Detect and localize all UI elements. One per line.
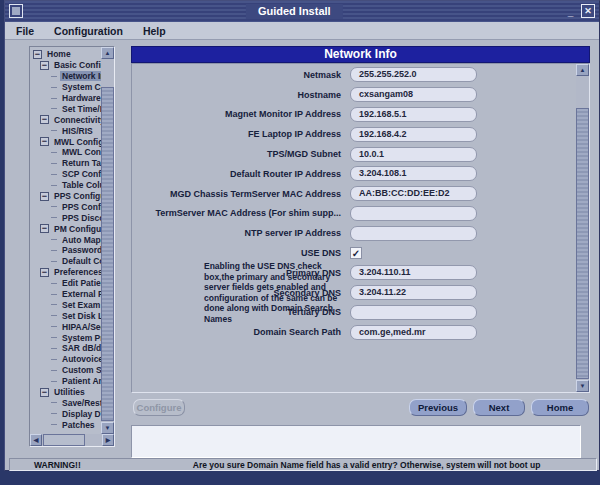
tree-item-pps-discontinue-re[interactable]: PPS Discontinue Re — [31, 212, 101, 223]
tree-item-hipaa-security[interactable]: HIPAA/Security — [31, 321, 101, 332]
tree-collapse-icon[interactable]: − — [40, 61, 49, 70]
tree-collapse-icon[interactable]: − — [40, 192, 49, 201]
tree-item-custom-settings[interactable]: Custom Settings — [31, 365, 101, 376]
tree-item-pps-configuration[interactable]: −PPS Configuration — [31, 191, 101, 202]
form-vertical-scrollbar: ▲ ▼ — [576, 64, 589, 392]
scroll-up-icon[interactable]: ▲ — [101, 47, 114, 59]
form-row-magnet-monitor-ip-address: Magnet Monitor IP Address192.168.5.1 — [132, 105, 576, 125]
input-domain-search-path[interactable]: com.ge,med.mr — [350, 325, 477, 340]
tree-item-set-disk-limit[interactable]: Set Disk Limit — [31, 310, 101, 321]
tree-collapse-icon[interactable]: − — [40, 224, 49, 233]
tree-collapse-icon[interactable]: − — [33, 50, 42, 59]
tree-collapse-icon[interactable]: − — [40, 137, 49, 146]
scroll-down-icon[interactable]: ▼ — [576, 380, 589, 392]
close-button[interactable]: ✕ — [581, 4, 595, 18]
tree-item-pps-configure[interactable]: PPS Configure — [31, 201, 101, 212]
field-label: NTP server IP Address — [132, 228, 350, 238]
form-viewport: Enabling the USE DNS check box,the prima… — [132, 64, 576, 392]
dns-note-text: Enabling the USE DNS check box,the prima… — [204, 261, 348, 324]
title-bar[interactable]: Guided Install _ ✕ — [5, 1, 599, 22]
input-netmask[interactable]: 255.255.252.0 — [350, 67, 477, 82]
tree-connector — [51, 326, 57, 327]
tree-item-hardware-configur[interactable]: Hardware Configur — [31, 93, 101, 104]
input-hostname[interactable]: cxsangam08 — [350, 87, 477, 102]
tree-connector — [51, 337, 57, 338]
tree-vertical-scrollbar: ▲ ▼ — [101, 47, 114, 434]
tree-item-save-restore[interactable]: Save/Restore — [31, 398, 101, 409]
tree-item-utilities[interactable]: −Utilities — [31, 387, 101, 398]
message-area — [131, 425, 581, 458]
tree-connector — [51, 152, 57, 153]
form-row-tertiary-dns: Tertiary DNS — [132, 303, 576, 323]
input-tps-mgd-subnet[interactable]: 10.0.1 — [350, 147, 477, 162]
page-title: Network Info — [131, 46, 590, 63]
tree-collapse-icon[interactable]: − — [40, 115, 49, 124]
minimize-button[interactable]: _ — [564, 4, 577, 18]
tree-item-label: Set Disk Limit — [60, 311, 101, 321]
tree-item-his-ris[interactable]: HIS/RIS — [31, 125, 101, 136]
tree-item-table-column-sele[interactable]: Table Column Sele — [31, 180, 101, 191]
tree-item-sar-db-dt-level[interactable]: SAR dB/dt Level — [31, 343, 101, 354]
tree-connector — [51, 163, 57, 164]
tree-item-return-tag-configu[interactable]: Return Tag Configu — [31, 158, 101, 169]
input-tertiary-dns[interactable] — [350, 305, 477, 320]
next-button[interactable]: Next — [473, 399, 525, 416]
tree-item-label: Home — [45, 49, 73, 59]
window-menu-button[interactable] — [9, 4, 23, 18]
tree-item-password-configur[interactable]: Password Configur — [31, 245, 101, 256]
scroll-up-icon[interactable]: ▲ — [576, 64, 589, 76]
tree-item-network-info[interactable]: Network Info — [31, 71, 101, 82]
tree-item-set-exam-number[interactable]: Set Exam Number — [31, 299, 101, 310]
check-icon: ✓ — [352, 248, 360, 259]
tree-vscroll-thumb[interactable] — [101, 87, 114, 421]
tree-item-connectivity[interactable]: −Connectivity — [31, 114, 101, 125]
menu-help[interactable]: Help — [137, 24, 172, 38]
input-fe-laptop-ip-address[interactable]: 192.168.4.2 — [350, 127, 477, 142]
menu-configuration[interactable]: Configuration — [48, 24, 129, 38]
form-vscroll-thumb[interactable] — [576, 108, 589, 379]
tree-item-external-product-c[interactable]: External Product C — [31, 289, 101, 300]
tree-item-label: Patient Anonymiza — [60, 376, 101, 386]
tree-item-patient-anonymiza[interactable]: Patient Anonymiza — [31, 376, 101, 387]
tree-item-pm-configuration[interactable]: −PM Configuration — [31, 223, 101, 234]
input-magnet-monitor-ip-address[interactable]: 192.168.5.1 — [350, 107, 477, 122]
input-default-router-ip-address[interactable]: 3.204.108.1 — [350, 166, 477, 181]
tree-item-display-dvd-cd-r[interactable]: Display DVD/CD-R — [31, 408, 101, 419]
form-row-termserver-mac-address-for-shim-supp: TermServer MAC Address (For shim supp... — [132, 204, 576, 224]
tree-collapse-icon[interactable]: − — [40, 388, 49, 397]
tree-item-auto-mapping-con[interactable]: Auto Mapping Con — [31, 234, 101, 245]
tree-hscroll-thumb[interactable] — [43, 434, 85, 446]
navigation-tree-panel: −Home−Basic ConfigurationNetwork InfoSys… — [29, 46, 115, 447]
tree-item-set-time-date[interactable]: Set Time/Date — [31, 103, 101, 114]
tree-item-label: Autovoice — [60, 354, 101, 364]
input-termserver-mac-address-for-shim-supp[interactable] — [350, 206, 477, 221]
tree-item-preferences[interactable]: −Preferences — [31, 267, 101, 278]
input-primary-dns[interactable]: 3.204.110.11 — [350, 265, 477, 280]
tree-item-system-preferences[interactable]: System Preferences — [31, 332, 101, 343]
tree-item-system-configure[interactable]: System Configure — [31, 82, 101, 93]
tree-item-edit-patient-data[interactable]: Edit Patient Data — [31, 278, 101, 289]
menu-file[interactable]: File — [10, 24, 40, 38]
use-dns-checkbox[interactable]: ✓ — [350, 247, 362, 259]
tree-item-dbreset-image-fr[interactable]: DBReset Image/Fr — [31, 430, 101, 433]
tree-item-scp-configure[interactable]: SCP Configure — [31, 169, 101, 180]
previous-button[interactable]: Previous — [409, 399, 467, 416]
tree-item-mwl-configuration[interactable]: −MWL Configuration — [31, 136, 101, 147]
input-mgd-chassis-termserver-mac-address[interactable]: AA:BB:CC:DD:EE:D2 — [350, 186, 477, 201]
tree-connector — [51, 250, 57, 251]
scroll-down-icon[interactable]: ▼ — [101, 422, 114, 434]
tree-item-basic-configuration[interactable]: −Basic Configuration — [31, 60, 101, 71]
tree-item-autovoice[interactable]: Autovoice — [31, 354, 101, 365]
tree-item-home[interactable]: −Home — [31, 49, 101, 60]
tree-item-mwl-config-detail[interactable]: MWL Config Detail — [31, 147, 101, 158]
home-button[interactable]: Home — [531, 399, 589, 416]
tree-item-default-configurat[interactable]: Default Configurat — [31, 256, 101, 267]
input-ntp-server-ip-address[interactable] — [350, 226, 477, 241]
tree-item-label: Set Exam Number — [60, 300, 101, 310]
input-secondary-dns[interactable]: 3.204.11.22 — [350, 285, 477, 300]
tree-item-label: SCP Configure — [60, 169, 101, 179]
tree-item-patches[interactable]: Patches — [31, 419, 101, 430]
scroll-left-icon[interactable]: ◀ — [30, 434, 42, 446]
tree-collapse-icon[interactable]: − — [40, 268, 49, 277]
scroll-right-icon[interactable]: ▶ — [102, 434, 114, 446]
